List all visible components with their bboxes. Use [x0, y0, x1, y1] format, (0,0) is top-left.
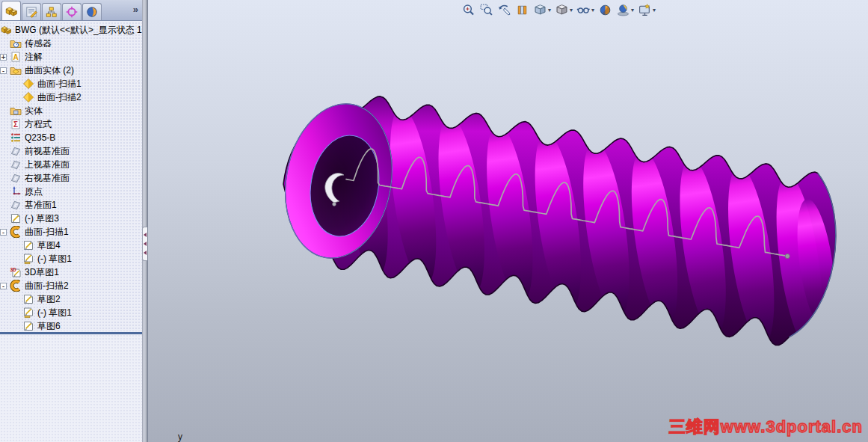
dropdown-arrow-icon[interactable]: ▾ [570, 7, 573, 13]
sketch-icon [22, 239, 34, 251]
collapse-icon[interactable]: - [0, 67, 7, 74]
displaymanager-tab[interactable] [82, 3, 102, 20]
tree-item-label: Q235-B [25, 132, 55, 143]
dropdown-arrow-icon[interactable]: ▾ [653, 7, 656, 13]
tree-item[interactable]: 草图2 [0, 292, 142, 306]
view-settings-icon [638, 3, 652, 17]
tree-item[interactable]: -曲面-扫描1 [0, 225, 142, 239]
expand-icon[interactable]: + [0, 54, 7, 61]
tree-item[interactable]: -曲面实体 (2) [0, 64, 142, 77]
dimxpertmanager-tab[interactable] [62, 3, 81, 20]
dropdown-arrow-icon[interactable]: ▾ [591, 7, 594, 13]
tab-overflow-chevron[interactable]: » [133, 4, 138, 15]
tree-item-label: 方程式 [25, 118, 52, 131]
tree-item-label: 曲面-扫描1 [37, 78, 81, 90]
panel-collapse-handle[interactable] [142, 227, 147, 261]
previous-view-icon [497, 3, 511, 17]
svg-text:Σ: Σ [13, 120, 18, 129]
feature-tree: BWG (默认<<默认>_显示状态 1传感器+A注解-曲面实体 (2)曲面-扫描… [0, 22, 142, 331]
tree-item[interactable]: +A注解 [0, 50, 142, 64]
tree-item[interactable]: 曲面-扫描2 [0, 90, 142, 104]
tab-config-icon [45, 5, 58, 19]
panel-splitter[interactable] [142, 0, 147, 442]
tree-item[interactable]: 草图6 [0, 319, 142, 331]
zoom-to-area-button[interactable] [478, 2, 494, 18]
surface-sweep-icon [22, 91, 34, 103]
tree-item[interactable]: -曲面-扫描2 [0, 279, 142, 292]
surface-folder-icon [10, 64, 22, 76]
tree-item-label: 注解 [25, 51, 43, 64]
tree-indent [0, 84, 13, 85]
tab-dimxpert-icon [65, 5, 79, 19]
display-style-button[interactable]: ▾ [554, 2, 573, 18]
solid-folder-icon [10, 105, 22, 117]
collapse-icon[interactable]: - [0, 229, 7, 236]
tree-item[interactable]: 右视基准面 [0, 171, 142, 185]
equations-icon: Σ [10, 118, 22, 130]
graphics-viewport[interactable]: ▾▾▾▾▾ y 三维网www.3dportal.cn [147, 0, 868, 442]
panel-lower-pane [0, 334, 142, 442]
tree-item[interactable]: 上视基准面 [0, 158, 142, 171]
zoom-to-fit-button[interactable] [461, 2, 476, 18]
tree-item[interactable]: 前视基准面 [0, 144, 142, 158]
tree-item-label: 3D草图1 [25, 266, 59, 279]
featuremanager-tab[interactable] [1, 1, 21, 20]
tree-item-label: 前视基准面 [25, 145, 70, 158]
tree-item-label: 曲面-扫描2 [37, 91, 81, 104]
tree-item[interactable]: 原点 [0, 185, 142, 198]
triad-y-label: y [178, 432, 182, 442]
svg-text:A: A [13, 53, 18, 61]
tree-item[interactable]: (-) 草图3 [0, 212, 142, 225]
view-orientation-button[interactable]: ▾ [532, 2, 552, 18]
surface-sweep-icon [22, 78, 34, 90]
view-settings-button[interactable]: ▾ [637, 2, 656, 18]
tree-expander-slot: + [0, 54, 10, 61]
configurationmanager-tab[interactable] [42, 3, 61, 20]
tree-item[interactable]: 曲面-扫描1 [0, 77, 142, 90]
heads-up-toolbar: ▾▾▾▾▾ [461, 2, 656, 18]
feature-manager-panel: » BWG (默认<<默认>_显示状态 1传感器+A注解-曲面实体 (2)曲面-… [0, 0, 142, 442]
tab-display-icon [85, 5, 99, 19]
tree-item[interactable]: (-) 草图1 [0, 252, 142, 265]
collapse-icon[interactable]: - [0, 283, 7, 289]
tree-item[interactable]: Q235-B [0, 131, 142, 144]
dropdown-arrow-icon[interactable]: ▾ [548, 7, 551, 13]
apply-scene-button[interactable]: ▾ [615, 2, 635, 18]
model-3d-view [148, 0, 868, 442]
hide-show-items-button[interactable]: ▾ [576, 2, 595, 18]
tree-item[interactable]: Σ方程式 [0, 117, 142, 131]
tab-features-icon [4, 4, 18, 18]
tree-item-label: 原点 [25, 185, 43, 198]
display-style-icon [555, 3, 569, 17]
tree-item[interactable]: (-) 草图1 [0, 306, 142, 319]
tree-item-label: 曲面-扫描1 [25, 226, 69, 239]
edit-appearance-icon [598, 3, 612, 17]
tree-item-label: 右视基准面 [25, 172, 70, 185]
tree-item[interactable]: 传感器 [0, 37, 142, 50]
sketch-shared-icon [22, 307, 34, 319]
propertymanager-tab[interactable] [22, 3, 41, 20]
tree-item-label: 曲面-扫描2 [25, 280, 69, 292]
annotations-icon: A [10, 51, 22, 63]
tree-item[interactable]: 基准面1 [0, 198, 142, 212]
tree-item-label: 曲面实体 (2) [25, 64, 74, 77]
tree-indent [0, 97, 13, 98]
edit-appearance-button[interactable] [597, 2, 613, 18]
part-icon [0, 24, 12, 36]
dropdown-arrow-icon[interactable]: ▾ [631, 7, 634, 13]
sketch-icon [10, 212, 22, 224]
tree-item-label: 草图6 [37, 320, 61, 332]
sketch-icon [22, 320, 34, 331]
section-view-icon [515, 3, 529, 17]
tree-indent [0, 245, 13, 246]
previous-view-button[interactable] [496, 2, 512, 18]
tree-item-label: 传感器 [25, 37, 52, 50]
tree-item[interactable]: 草图4 [0, 239, 142, 252]
section-view-button[interactable] [514, 2, 530, 18]
svg-text:3D: 3D [10, 267, 17, 272]
tree-item[interactable]: 实体 [0, 104, 142, 117]
tree-item-label: (-) 草图1 [37, 307, 72, 319]
tree-item[interactable]: 3D3D草图1 [0, 265, 142, 279]
view-orientation-icon [533, 3, 547, 17]
tree-item[interactable]: BWG (默认<<默认>_显示状态 1 [0, 23, 142, 37]
